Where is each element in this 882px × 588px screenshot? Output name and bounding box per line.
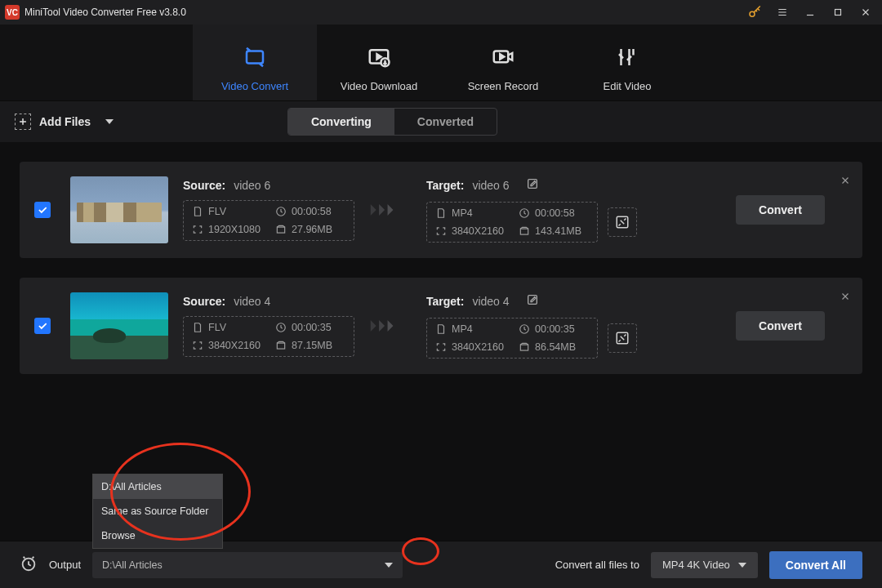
output-path-button[interactable]: D:\All Articles — [92, 552, 403, 578]
convert-all-button[interactable]: Convert All — [769, 551, 862, 579]
file-icon — [435, 323, 447, 335]
preset-value: MP4 4K Video — [662, 559, 730, 571]
tab-converted[interactable]: Converted — [394, 109, 497, 135]
spec-resolution: 3840X2160 — [452, 341, 504, 353]
source-label: Source: — [183, 295, 225, 308]
close-button[interactable] — [854, 4, 877, 20]
target-label: Target: — [426, 179, 464, 192]
conversion-list: Source: video 6 FLV 00:00:58 1920X1080 2… — [0, 142, 882, 374]
spec-size: 86.54MB — [535, 341, 576, 353]
tab-converting[interactable]: Converting — [288, 109, 394, 135]
convert-all-label: Convert all files to — [555, 559, 639, 571]
svg-rect-12 — [520, 229, 528, 234]
chevron-down-icon — [105, 119, 114, 124]
spec-format: MP4 — [452, 323, 473, 335]
sub-toolbar: ＋ Add Files Converting Converted — [0, 101, 882, 142]
spec-duration: 00:00:58 — [535, 207, 575, 219]
minimize-button[interactable] — [799, 4, 822, 20]
target-settings-button[interactable] — [608, 207, 637, 237]
output-label: Output — [49, 559, 81, 571]
key-icon[interactable] — [743, 4, 766, 20]
arrow-icon — [369, 317, 412, 335]
svg-marker-4 — [377, 54, 381, 59]
output-path-value: D:\All Articles — [102, 559, 163, 571]
file-icon — [435, 207, 447, 219]
target-label: Target: — [426, 295, 464, 308]
item-checkbox[interactable] — [34, 202, 51, 218]
item-checkbox[interactable] — [34, 318, 51, 334]
tab-label: Edit Video — [603, 80, 651, 92]
dropdown-option[interactable]: Browse — [93, 523, 222, 548]
source-name: video 4 — [234, 295, 270, 308]
schedule-icon[interactable] — [20, 555, 38, 576]
conversion-state-tabs: Converting Converted — [287, 108, 497, 136]
target-name: video 6 — [472, 179, 509, 192]
chevron-down-icon — [385, 563, 393, 568]
target-spec-box: MP4 00:00:58 3840X2160 143.41MB — [426, 202, 598, 243]
tab-label: Video Convert — [221, 80, 288, 92]
add-files-button[interactable]: ＋ Add Files — [15, 114, 114, 130]
record-icon — [491, 42, 515, 72]
spec-duration: 00:00:35 — [535, 323, 575, 335]
arrow-icon — [369, 201, 412, 219]
source-name: video 6 — [234, 179, 270, 192]
tab-edit-video[interactable]: Edit Video — [565, 24, 689, 100]
edit-name-icon[interactable] — [526, 293, 539, 310]
title-bar: VC MiniTool Video Converter Free v3.8.0 — [0, 0, 882, 24]
main-nav: Video Convert Video Download Screen Reco… — [0, 24, 882, 101]
plus-icon: ＋ — [15, 114, 31, 130]
tab-label: Video Download — [341, 80, 417, 92]
convert-button[interactable]: Convert — [736, 195, 825, 225]
output-path-dropdown: D:\All Articles Same as Source Folder Br… — [92, 474, 223, 549]
convert-button[interactable]: Convert — [736, 311, 825, 341]
edit-name-icon[interactable] — [526, 177, 539, 194]
svg-rect-1 — [835, 10, 841, 16]
svg-rect-9 — [277, 227, 284, 233]
output-preset-select[interactable]: MP4 4K Video — [651, 552, 758, 578]
clock-icon — [275, 322, 287, 333]
footer-bar: Output D:\All Articles Same as Source Fo… — [0, 541, 882, 588]
spec-size: 87.15MB — [292, 340, 332, 351]
svg-rect-18 — [520, 345, 528, 350]
conversion-item: Source: video 6 FLV 00:00:58 1920X1080 2… — [20, 162, 862, 258]
chevron-down-icon — [738, 563, 746, 568]
tab-label: Screen Record — [468, 80, 539, 92]
tab-video-download[interactable]: Video Download — [317, 24, 441, 100]
spec-resolution: 1920X1080 — [208, 224, 261, 235]
file-icon — [192, 206, 203, 217]
edit-icon — [615, 42, 639, 72]
tab-video-convert[interactable]: Video Convert — [193, 24, 317, 100]
svg-marker-7 — [500, 54, 504, 59]
output-path-select: D:\All Articles Same as Source Folder Br… — [92, 552, 403, 578]
spec-size: 27.96MB — [292, 224, 332, 235]
svg-rect-15 — [277, 343, 284, 349]
convert-icon — [243, 42, 267, 72]
spec-duration: 00:00:35 — [292, 322, 332, 333]
maximize-button[interactable] — [826, 4, 849, 20]
download-icon — [367, 42, 391, 72]
conversion-item: Source: video 4 FLV 00:00:35 3840X2160 8… — [20, 278, 862, 374]
target-settings-button[interactable] — [608, 323, 637, 353]
size-icon — [275, 340, 287, 351]
remove-item-button[interactable] — [840, 175, 851, 189]
app-title: MiniTool Video Converter Free v3.8.0 — [24, 7, 186, 18]
target-spec-box: MP4 00:00:35 3840X2160 86.54MB — [426, 318, 598, 359]
remove-item-button[interactable] — [840, 291, 851, 305]
dropdown-option[interactable]: D:\All Articles — [93, 474, 222, 499]
hamburger-icon[interactable] — [771, 4, 794, 20]
source-spec-box: FLV 00:00:58 1920X1080 27.96MB — [183, 200, 354, 241]
tab-screen-record[interactable]: Screen Record — [441, 24, 565, 100]
target-name: video 4 — [472, 295, 509, 308]
spec-format: FLV — [208, 322, 226, 333]
target-column: Target: video 6 MP4 00:00:58 3840X2160 1… — [426, 177, 637, 243]
size-icon — [519, 341, 530, 353]
spec-format: MP4 — [452, 207, 473, 219]
app-logo: VC — [5, 5, 20, 20]
spec-resolution: 3840X2160 — [208, 340, 261, 351]
video-thumbnail — [70, 176, 168, 243]
target-column: Target: video 4 MP4 00:00:35 3840X2160 8… — [426, 293, 637, 359]
dropdown-option[interactable]: Same as Source Folder — [93, 499, 222, 523]
source-label: Source: — [183, 179, 225, 192]
spec-format: FLV — [208, 206, 226, 217]
svg-rect-2 — [247, 51, 263, 64]
